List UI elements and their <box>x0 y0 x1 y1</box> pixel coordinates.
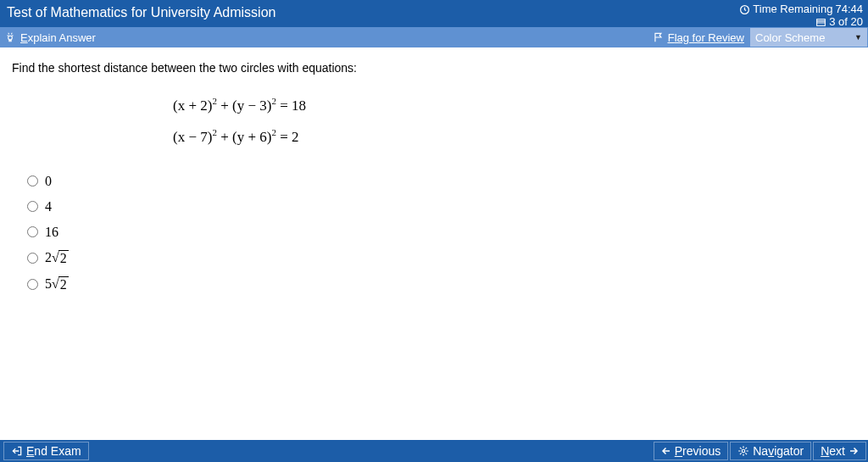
exit-icon <box>11 445 23 457</box>
exam-title: Test of Mathematics for University Admis… <box>7 3 275 20</box>
radio-b[interactable] <box>27 201 38 212</box>
clock-icon <box>738 3 750 15</box>
choice-d[interactable]: 2√2 <box>27 250 856 266</box>
equations: (x + 2)2 + (y − 3)2 = 18 (x − 7)2 + (y +… <box>173 90 856 153</box>
choice-a[interactable]: 0 <box>27 174 856 189</box>
choice-b[interactable]: 4 <box>27 199 856 214</box>
flag-label: Flag for Review <box>668 31 744 44</box>
radio-d[interactable] <box>27 253 38 264</box>
lightbulb-icon <box>3 31 17 43</box>
radio-e[interactable] <box>27 279 38 290</box>
arrow-left-icon <box>661 446 671 456</box>
choice-c-label: 16 <box>45 225 58 240</box>
equation-1: (x + 2)2 + (y − 3)2 = 18 <box>173 90 856 121</box>
end-exam-button[interactable]: End Exam <box>3 442 89 460</box>
color-scheme-dropdown[interactable]: Color Scheme ▼ <box>749 27 868 47</box>
toolbar: Explain Answer Flag for Review Color Sch… <box>0 27 868 47</box>
color-scheme-label: Color Scheme <box>755 31 825 44</box>
time-remaining-value: 74:44 <box>835 3 863 16</box>
navigator-button[interactable]: Navigator <box>730 442 811 460</box>
next-label: Next <box>821 444 845 458</box>
header-status: Time Remaining 74:44 3 of 20 <box>738 3 863 29</box>
choice-c[interactable]: 16 <box>27 225 856 240</box>
navigator-icon <box>737 445 749 457</box>
svg-point-3 <box>743 449 746 453</box>
choice-b-label: 4 <box>45 199 52 214</box>
footer-bar: End Exam Previous Navigator Next <box>0 440 868 462</box>
flag-icon <box>653 31 665 43</box>
time-remaining-label: Time Remaining <box>753 3 832 16</box>
end-exam-label: End Exam <box>26 444 81 458</box>
choice-e-label: 5√2 <box>45 276 69 292</box>
equation-2: (x − 7)2 + (y + 6)2 = 2 <box>173 121 856 153</box>
choice-e[interactable]: 5√2 <box>27 276 856 292</box>
arrow-right-icon <box>849 446 859 456</box>
choice-a-label: 0 <box>45 174 52 189</box>
question-area: Find the shortest distance between the t… <box>0 47 868 440</box>
navigator-label: Navigator <box>753 444 804 458</box>
question-prompt: Find the shortest distance between the t… <box>12 61 856 75</box>
answer-choices: 0 4 16 2√2 5√2 <box>27 174 856 292</box>
explain-answer-button[interactable]: Explain Answer <box>3 31 96 44</box>
chevron-down-icon: ▼ <box>837 33 867 42</box>
svg-point-2 <box>8 36 13 40</box>
radio-c[interactable] <box>27 226 38 237</box>
header-bar: Test of Mathematics for University Admis… <box>0 0 868 27</box>
previous-button[interactable]: Previous <box>654 442 728 460</box>
explain-answer-label: Explain Answer <box>20 31 96 44</box>
flag-for-review-button[interactable]: Flag for Review <box>648 31 749 44</box>
choice-d-label: 2√2 <box>45 250 69 266</box>
radio-a[interactable] <box>27 175 38 186</box>
next-button[interactable]: Next <box>813 442 866 460</box>
previous-label: Previous <box>675 444 721 458</box>
